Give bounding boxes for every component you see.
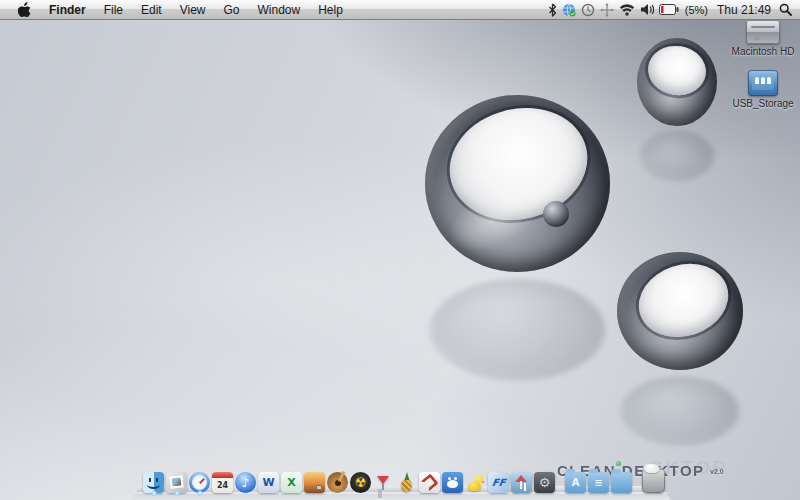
dock-icon-pineapple-app[interactable] <box>396 472 417 493</box>
dock-icon-safari[interactable] <box>189 472 210 493</box>
running-indicator <box>174 490 180 496</box>
cyberduck-icon <box>465 472 486 493</box>
dock-icon-itunes[interactable]: ♪ <box>235 472 256 493</box>
pineapple-app-icon <box>396 472 417 493</box>
running-indicator <box>197 490 203 496</box>
dock-icon-ical[interactable]: 24 <box>212 472 233 493</box>
sync-globe-icon[interactable] <box>562 3 576 17</box>
dock: 24♪WX☢FF⚙A≡ <box>143 469 665 493</box>
toast-burner-icon: ☢ <box>350 472 371 493</box>
dock-icon-azureus[interactable] <box>442 472 463 493</box>
applications-folder-icon: A <box>565 472 586 493</box>
dock-icon-vmware-fusion[interactable] <box>419 472 440 493</box>
menu-view[interactable]: View <box>171 3 215 17</box>
dock-icon-cyberduck[interactable] <box>465 472 486 493</box>
beach-photo-app-icon <box>511 472 532 493</box>
menu-bar: Finder File Edit View Go Window Help <box>0 0 800 20</box>
dock-icon-iphoto[interactable] <box>304 472 325 493</box>
itunes-icon: ♪ <box>235 472 256 493</box>
bluetooth-icon[interactable] <box>548 3 557 17</box>
garageband-icon <box>327 472 348 493</box>
word-glyph: W <box>262 476 274 489</box>
desktop-icon-label: USB_Storage <box>732 98 793 109</box>
dock-icon-beach-photo-app[interactable] <box>511 472 532 493</box>
dock-icon-downloads-folder[interactable] <box>611 472 632 493</box>
dock-icon-toast-burner[interactable]: ☢ <box>350 472 371 493</box>
desktop-icon-label: Macintosh HD <box>732 46 795 57</box>
itunes-glyph: ♪ <box>242 476 250 490</box>
menu-window[interactable]: Window <box>249 3 310 17</box>
dock-icon-word[interactable]: W <box>258 472 279 493</box>
spotlight-icon[interactable] <box>779 3 792 16</box>
menu-clock[interactable]: Thu 21:49 <box>714 3 774 17</box>
vmware-fusion-icon <box>419 472 440 493</box>
menu-finder[interactable]: Finder <box>40 3 95 17</box>
excel-glyph: X <box>287 476 295 489</box>
desktop-icon-usb-storage[interactable]: USB_Storage <box>727 70 799 109</box>
gear-utility-icon: ⚙ <box>534 472 555 493</box>
iphoto-icon <box>304 472 325 493</box>
desktop-icon-macintosh-hd[interactable]: Macintosh HD <box>727 20 799 57</box>
flip4mac-icon: FF <box>488 472 509 493</box>
metal-sphere-bottom-right <box>617 252 743 370</box>
battery-icon[interactable] <box>659 4 679 15</box>
dock-icon-garageband[interactable] <box>327 472 348 493</box>
cocktail-icon <box>373 472 394 493</box>
menu-file[interactable]: File <box>95 3 132 17</box>
dock-icon-preview[interactable] <box>166 472 187 493</box>
network-users-glyph <box>755 77 759 84</box>
sphere-large-reflection <box>430 279 605 381</box>
documents-folder-icon: ≡ <box>588 472 609 493</box>
metal-sphere-small-top <box>637 38 717 126</box>
trash-icon <box>642 469 665 493</box>
dock-icon-flip4mac[interactable]: FF <box>488 472 509 493</box>
dock-icon-trash[interactable] <box>642 469 665 493</box>
dock-icon-cocktail[interactable] <box>373 472 394 493</box>
flip4mac-glyph: FF <box>491 477 506 488</box>
applications-folder-glyph: A <box>572 477 580 488</box>
downloads-folder-icon <box>611 472 632 493</box>
gear-utility-glyph: ⚙ <box>539 476 551 489</box>
dock-icon-finder[interactable] <box>143 472 164 493</box>
toast-burner-glyph: ☢ <box>355 476 367 489</box>
crosshair-icon[interactable] <box>600 3 614 17</box>
documents-folder-glyph: ≡ <box>594 477 602 488</box>
dock-icon-documents-folder[interactable]: ≡ <box>588 472 609 493</box>
metal-sphere-large <box>425 95 610 272</box>
usb-drive-icon <box>748 70 778 96</box>
volume-icon[interactable] <box>640 3 654 16</box>
sphere-highlight-face <box>630 253 738 348</box>
menu-help[interactable]: Help <box>309 3 352 17</box>
ical-icon: 24 <box>212 472 233 493</box>
running-indicator <box>151 490 157 496</box>
sphere-small-reflection <box>640 131 714 182</box>
azureus-icon <box>442 472 463 493</box>
ical-glyph: 24 <box>217 481 228 490</box>
apple-menu[interactable] <box>9 2 40 17</box>
menu-edit[interactable]: Edit <box>132 3 171 17</box>
dock-icon-gear-utility[interactable]: ⚙ <box>534 472 555 493</box>
battery-percent: (5%) <box>684 4 709 16</box>
wallpaper-green-dot <box>616 461 621 466</box>
word-icon: W <box>258 472 279 493</box>
wifi-icon[interactable] <box>619 3 635 16</box>
wallpaper-version: v2.0 <box>710 468 724 475</box>
sphere-highlight-face <box>645 42 709 99</box>
dock-icon-excel[interactable]: X <box>281 472 302 493</box>
time-machine-clock-icon[interactable] <box>581 3 595 17</box>
internal-drive-icon <box>746 20 780 44</box>
excel-icon: X <box>281 472 302 493</box>
desktop-screen: Finder File Edit View Go Window Help <box>0 0 800 500</box>
dock-icon-applications-folder[interactable]: A <box>565 472 586 493</box>
menu-go[interactable]: Go <box>215 3 249 17</box>
sphere-bottom-reflection <box>621 376 739 446</box>
apple-icon <box>18 2 31 17</box>
sphere-mini-reflection <box>543 201 569 227</box>
